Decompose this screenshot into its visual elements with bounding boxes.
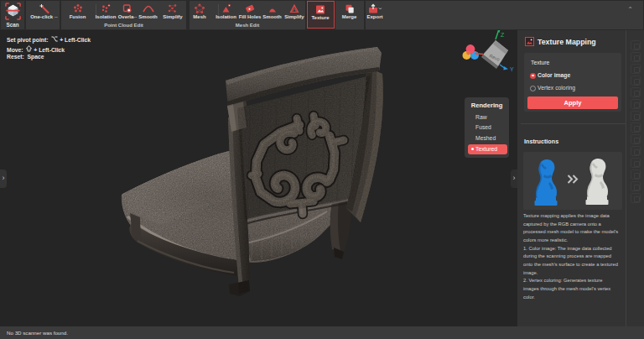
svg-text:Z: Z [501,32,505,38]
svg-text:Y: Y [510,66,514,72]
